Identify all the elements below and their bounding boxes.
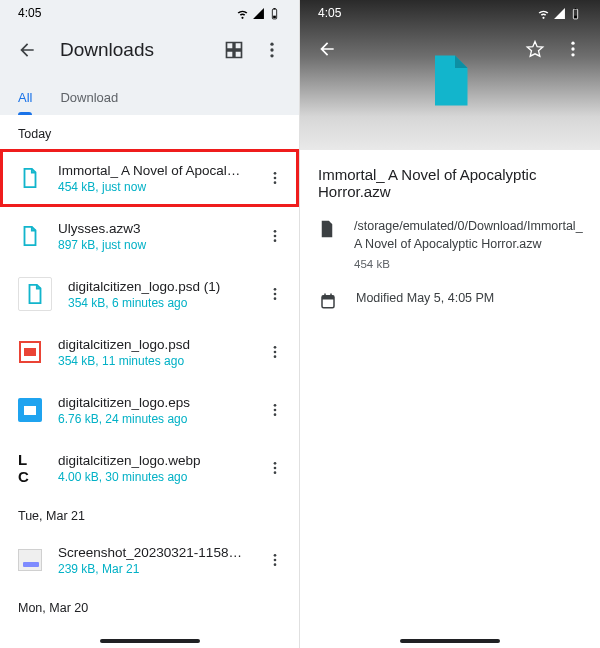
file-name: Screenshot_20230321-115846.jpg xyxy=(58,545,245,560)
app-bar: Downloads xyxy=(0,26,299,74)
calendar-icon xyxy=(318,290,338,310)
overflow-menu-button[interactable] xyxy=(255,33,289,67)
signal-icon xyxy=(252,7,265,20)
list-item[interactable]: digitalcitizen_logo.eps 6.76 kB, 24 minu… xyxy=(0,381,299,439)
tab-all[interactable]: All xyxy=(18,84,32,115)
back-button[interactable] xyxy=(10,33,44,67)
page-title: Downloads xyxy=(60,39,201,61)
section-label: Tue, Mar 21 xyxy=(0,497,299,531)
back-button[interactable] xyxy=(310,32,344,66)
file-icon xyxy=(18,166,42,190)
status-icons xyxy=(537,7,582,20)
file-details-screen: 4:05 Immortal_ A Novel of Apocalyptic Ho… xyxy=(300,0,600,648)
file-list: Today Immortal_ A Novel of Apocalyptic .… xyxy=(0,115,299,623)
file-name: digitalcitizen_logo.eps xyxy=(58,395,245,410)
file-name: digitalcitizen_logo.psd xyxy=(58,337,245,352)
battery-icon xyxy=(268,7,281,20)
file-meta: 4.00 kB, 30 minutes ago xyxy=(58,470,245,484)
file-name: digitalcitizen_logo.webp xyxy=(58,453,245,468)
file-title: Immortal_ A Novel of Apocalyptic Horror.… xyxy=(318,166,582,200)
wifi-icon xyxy=(236,7,249,20)
star-button[interactable] xyxy=(518,32,552,66)
file-meta: 6.76 kB, 24 minutes ago xyxy=(58,412,245,426)
status-bar: 4:05 xyxy=(0,0,299,26)
status-time: 4:05 xyxy=(318,6,341,20)
item-overflow-button[interactable] xyxy=(261,552,289,568)
gesture-nav-bar[interactable] xyxy=(100,639,200,643)
item-overflow-button[interactable] xyxy=(261,228,289,244)
file-meta: 239 kB, Mar 21 xyxy=(58,562,245,576)
list-item[interactable]: digitalcitizen_logo.psd 354 kB, 11 minut… xyxy=(0,323,299,381)
image-icon xyxy=(18,340,42,364)
file-icon xyxy=(18,224,42,248)
file-icon xyxy=(318,218,336,238)
gesture-nav-bar[interactable] xyxy=(400,639,500,643)
view-grid-button[interactable] xyxy=(217,33,251,67)
tab-download[interactable]: Download xyxy=(60,84,118,115)
status-time: 4:05 xyxy=(18,6,41,20)
thumbnail-icon xyxy=(18,548,42,572)
item-overflow-button[interactable] xyxy=(261,170,289,186)
modified-text: Modified May 5, 4:05 PM xyxy=(356,290,582,308)
file-meta: 454 kB, just now xyxy=(58,180,245,194)
battery-icon xyxy=(569,7,582,20)
file-path: /storage/emulated/0/Download/Immortal_ A… xyxy=(354,218,583,253)
file-modified-row: Modified May 5, 4:05 PM xyxy=(318,290,582,310)
section-label: Mon, Mar 20 xyxy=(0,589,299,623)
details-hero: 4:05 xyxy=(300,0,600,150)
file-name: digitalcitizen_logo.psd (1) xyxy=(68,279,245,294)
list-item[interactable]: Immortal_ A Novel of Apocalyptic ... 454… xyxy=(0,149,299,207)
image-icon xyxy=(18,398,42,422)
status-icons xyxy=(236,7,281,20)
file-icon xyxy=(18,277,52,311)
signal-icon xyxy=(553,7,566,20)
file-name: Immortal_ A Novel of Apocalyptic ... xyxy=(58,163,245,178)
item-overflow-button[interactable] xyxy=(261,402,289,418)
file-meta: 354 kB, 11 minutes ago xyxy=(58,354,245,368)
file-meta: 897 kB, just now xyxy=(58,238,245,252)
status-bar: 4:05 xyxy=(300,0,600,26)
downloads-screen: 4:05 Downloads All Download xyxy=(0,0,300,648)
tabs: All Download xyxy=(0,74,299,115)
item-overflow-button[interactable] xyxy=(261,460,289,476)
wifi-icon xyxy=(537,7,550,20)
list-item[interactable]: Screenshot_20230321-115846.jpg 239 kB, M… xyxy=(0,531,299,589)
image-icon: L C xyxy=(18,456,42,480)
file-name: Ulysses.azw3 xyxy=(58,221,245,236)
list-item[interactable]: digitalcitizen_logo.psd (1) 354 kB, 6 mi… xyxy=(0,265,299,323)
file-path-row: /storage/emulated/0/Download/Immortal_ A… xyxy=(318,218,582,272)
item-overflow-button[interactable] xyxy=(261,286,289,302)
list-item[interactable]: L C digitalcitizen_logo.webp 4.00 kB, 30… xyxy=(0,439,299,497)
overflow-menu-button[interactable] xyxy=(556,32,590,66)
section-label: Today xyxy=(0,115,299,149)
list-item[interactable]: Ulysses.azw3 897 kB, just now xyxy=(0,207,299,265)
file-size: 454 kB xyxy=(354,256,583,272)
file-type-icon xyxy=(420,45,480,121)
file-meta: 354 kB, 6 minutes ago xyxy=(68,296,245,310)
item-overflow-button[interactable] xyxy=(261,344,289,360)
